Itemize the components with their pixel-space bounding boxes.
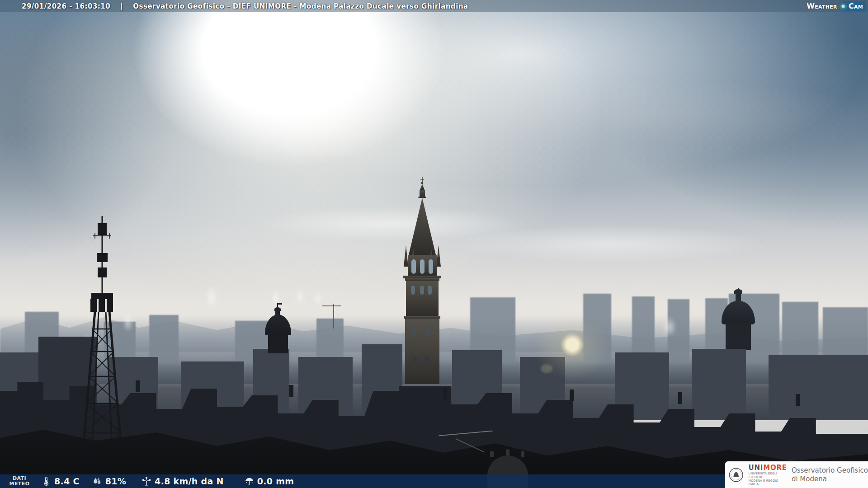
statue — [490, 451, 494, 457]
distant-building — [823, 307, 868, 362]
temperature-value: 8.4 C — [54, 476, 80, 486]
thermometer-icon — [42, 477, 51, 486]
humidity-value: 81% — [105, 476, 126, 486]
unimore-seal — [729, 465, 743, 485]
unimore-credit-box[interactable]: UNIMORE UNIVERSITÀ DEGLI STUDI DI MODENA… — [725, 461, 868, 488]
rain-icon — [245, 477, 254, 486]
mid-building — [692, 349, 746, 420]
smoke-plume — [271, 289, 280, 305]
wind-value: 4.8 km/h da N — [155, 476, 224, 486]
chimney — [678, 392, 682, 404]
humidity-icon — [92, 476, 102, 486]
temperature-reading: 8.4 C — [42, 476, 80, 486]
distant-building — [782, 302, 818, 362]
meteo-label-line2: METEO — [9, 481, 30, 487]
church-dome-left — [265, 308, 291, 353]
statue — [506, 449, 509, 455]
communications-mast — [68, 216, 136, 469]
unimore-subtitle-line2: MODENA E REGGIO EMILIA — [748, 479, 787, 486]
webcam-title: Osservatorio Geofisico - DIEF UNIMORE - … — [133, 2, 468, 10]
chimney — [796, 394, 800, 406]
mid-building — [769, 355, 868, 420]
distant-building — [149, 315, 179, 362]
distant-building — [316, 319, 344, 362]
statue — [521, 451, 524, 457]
lens-flare-secondary — [541, 364, 552, 373]
dome — [265, 314, 291, 335]
rain-reading: 0.0 mm — [245, 476, 294, 486]
dome-drum — [726, 323, 751, 350]
observatory-name-line2: di Modena — [792, 475, 868, 483]
weather-wordmark: Weather — [807, 2, 837, 10]
timestamp: 29/01/2026 - 16:03:10 — [22, 2, 110, 10]
unimore-more: MORE — [763, 464, 787, 472]
smoke-plume — [314, 291, 321, 304]
humidity-reading: 81% — [92, 476, 126, 486]
header-bar: 29/01/2026 - 16:03:10 | Osservatorio Geo… — [0, 0, 868, 12]
chimney — [289, 385, 293, 397]
header-separator: | — [120, 2, 123, 10]
church-dome-right — [722, 293, 755, 352]
smoke-plume — [663, 316, 676, 334]
ghirlandina-tower — [397, 177, 448, 384]
unimore-uni: UNI — [748, 464, 763, 472]
smoke-plume — [296, 288, 304, 303]
wind-icon — [142, 476, 151, 486]
meteo-label: DATI METEO — [8, 476, 31, 487]
smoke-plume — [206, 285, 217, 305]
lantern — [736, 293, 741, 302]
dome-drum — [268, 333, 288, 353]
weather-vane-flag — [278, 303, 282, 305]
unimore-subtitle-line1: UNIVERSITÀ DEGLI STUDI DI — [748, 472, 787, 479]
observatory-name: Osservatorio Geofisico di Modena — [792, 466, 868, 483]
construction-crane-arm — [322, 305, 341, 306]
rain-value: 0.0 mm — [257, 476, 294, 486]
unimore-wordmark: UNIMORE UNIVERSITÀ DEGLI STUDI DI MODENA… — [748, 463, 787, 486]
chimney — [443, 388, 447, 399]
weathercam-watermark[interactable]: Weather Cam — [807, 1, 866, 11]
dome — [722, 301, 755, 324]
construction-crane — [333, 304, 334, 328]
wind-reading: 4.8 km/h da N — [142, 476, 224, 486]
lens-flare — [561, 333, 584, 357]
chimney — [136, 380, 140, 392]
observatory-name-line1: Osservatorio Geofisico — [792, 466, 868, 475]
chimney — [570, 389, 574, 401]
webcam-frame: 29/01/2026 - 16:03:10 | Osservatorio Geo… — [0, 0, 868, 488]
camera-lens-icon — [839, 2, 847, 10]
